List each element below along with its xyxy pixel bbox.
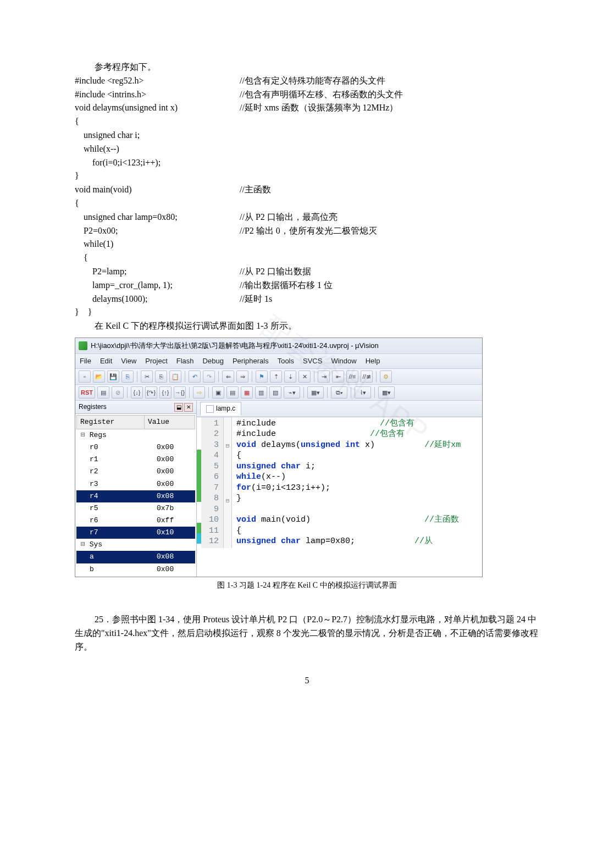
registers-panel: Registers ⬓ ✕ Register Value Regsr00x00r… xyxy=(75,401,197,576)
intro-text: 参考程序如下。 xyxy=(75,60,539,74)
run-to-icon[interactable]: →{} xyxy=(174,386,186,399)
comment-icon[interactable]: //≡ xyxy=(346,371,358,383)
window-4-icon[interactable]: ▥ xyxy=(255,386,267,399)
serial-icon[interactable]: ⧉▾ xyxy=(331,386,347,399)
memory-icon[interactable]: ▦▾ xyxy=(307,386,324,399)
undo-icon[interactable]: ↶ xyxy=(189,371,201,383)
window-1-icon[interactable]: ▣ xyxy=(212,386,224,399)
question-25: 25．参照书中图 1-34，使用 Proteus 设计单片机 P2 口（P2.0… xyxy=(75,613,539,654)
menu-file[interactable]: File xyxy=(80,357,91,365)
menu-edit[interactable]: Edit xyxy=(100,357,112,365)
new-icon[interactable]: ▫ xyxy=(79,371,91,383)
indent-icon[interactable]: ⇥ xyxy=(318,371,330,383)
page-number: 5 xyxy=(75,674,539,688)
toolbar-2: RST ▤ ⊘ {↓} {↷} {↑} →{} ⇨ ▣ ▤ ▦ ▥ ▧ ⌁▾ ▦… xyxy=(75,385,482,401)
window-title: H:\jiaox\dpji\书\清华大学出版社\第2版\习题解答\电路与程序\x… xyxy=(91,340,379,351)
menu-project[interactable]: Project xyxy=(145,357,167,365)
menu-tools[interactable]: Tools xyxy=(278,357,294,365)
bookmark-prev-icon[interactable]: ⇡ xyxy=(270,371,282,383)
registers-title: Registers xyxy=(79,402,107,412)
copy-icon[interactable]: ⎘ xyxy=(155,371,167,383)
menu-peripherals[interactable]: Peripherals xyxy=(233,357,269,365)
menu-window[interactable]: Window xyxy=(331,357,356,365)
trace-icon[interactable]: ⌇▾ xyxy=(355,386,371,399)
outdent-icon[interactable]: ⇤ xyxy=(332,371,344,383)
step-over-icon[interactable]: {↷} xyxy=(145,386,157,399)
file-tab-label: lamp.c xyxy=(216,403,235,414)
figure-caption: 图 1-3 习题 1-24 程序在 Keil C 中的模拟运行调试界面 xyxy=(75,579,539,591)
source-code-block: #include <reg52.h>//包含有定义特殊功能寄存器的头文件#inc… xyxy=(75,74,539,306)
save-all-icon[interactable]: ⎘ xyxy=(121,371,134,383)
window-5-icon[interactable]: ▧ xyxy=(269,386,281,399)
analyzer-icon[interactable]: ⌁▾ xyxy=(284,386,300,399)
save-icon[interactable]: 💾 xyxy=(107,371,119,383)
toolbox-icon[interactable]: ▩▾ xyxy=(378,386,395,399)
pin-icon[interactable]: ⬓ xyxy=(174,403,183,412)
registers-table: Register Value Regsr00x00r10x00r20x00r30… xyxy=(75,414,196,577)
menu-svcs[interactable]: SVCS xyxy=(303,357,322,365)
toolbar-1: ▫ 📂 💾 ⎘ ✂ ⎘ 📋 ↶ ↷ ⇐ ⇒ ⚑ ⇡ ⇣ ✕ ⇥ ⇤ //≡ //… xyxy=(75,369,482,385)
keil-screenshot: H:\jiaox\dpji\书\清华大学出版社\第2版\习题解答\电路与程序\x… xyxy=(75,338,483,577)
closing-brace: } } xyxy=(75,306,539,319)
reg-header-value: Value xyxy=(145,416,195,429)
bookmark-icon[interactable]: ⚑ xyxy=(256,371,268,383)
menubar: FileEditViewProjectFlashDebugPeripherals… xyxy=(75,354,482,369)
open-icon[interactable]: 📂 xyxy=(93,371,105,383)
stop-icon[interactable]: ⊘ xyxy=(112,386,124,399)
menu-flash[interactable]: Flash xyxy=(176,357,194,365)
bookmark-clear-icon[interactable]: ✕ xyxy=(298,371,311,383)
uncomment-icon[interactable]: //≢ xyxy=(361,371,373,383)
step-into-icon[interactable]: {↓} xyxy=(131,386,143,399)
editor-panel: lamp.c 123456789101112 ⊟ ⊟ #include //包含… xyxy=(197,401,482,576)
c-file-icon xyxy=(206,405,214,413)
show-next-icon[interactable]: ⇨ xyxy=(193,386,205,399)
menu-debug[interactable]: Debug xyxy=(203,357,224,365)
code-lines: #include //包含有#include //包含有void delayms… xyxy=(232,417,482,548)
close-icon[interactable]: ✕ xyxy=(184,403,193,412)
bookmark-next-icon[interactable]: ⇣ xyxy=(284,371,296,383)
step-out-icon[interactable]: {↑} xyxy=(159,386,172,399)
app-icon xyxy=(79,341,87,350)
code-editor: 123456789101112 ⊟ ⊟ #include //包含有#inclu… xyxy=(197,417,482,548)
reg-header-name: Register xyxy=(77,416,145,429)
config-icon[interactable]: ⚙ xyxy=(380,371,392,383)
after-text: 在 Keil C 下的程序模拟运行调试界面如图 1-3 所示。 xyxy=(75,319,539,333)
paste-icon[interactable]: 📋 xyxy=(169,371,181,383)
nav-fwd-icon[interactable]: ⇒ xyxy=(236,371,248,383)
file-tab[interactable]: lamp.c xyxy=(200,402,241,416)
file-tabs: lamp.c xyxy=(197,401,482,417)
menu-view[interactable]: View xyxy=(121,357,136,365)
window-3-icon[interactable]: ▦ xyxy=(241,386,253,399)
window-titlebar: H:\jiaox\dpji\书\清华大学出版社\第2版\习题解答\电路与程序\x… xyxy=(75,338,482,354)
reset-icon[interactable]: RST xyxy=(79,386,95,399)
cut-icon[interactable]: ✂ xyxy=(141,371,153,383)
window-2-icon[interactable]: ▤ xyxy=(226,386,239,399)
line-gutter: 123456789101112 xyxy=(201,417,224,548)
menu-help[interactable]: Help xyxy=(366,357,380,365)
redo-icon[interactable]: ↷ xyxy=(203,371,215,383)
run-icon[interactable]: ▤ xyxy=(97,386,109,399)
nav-back-icon[interactable]: ⇐ xyxy=(222,371,234,383)
